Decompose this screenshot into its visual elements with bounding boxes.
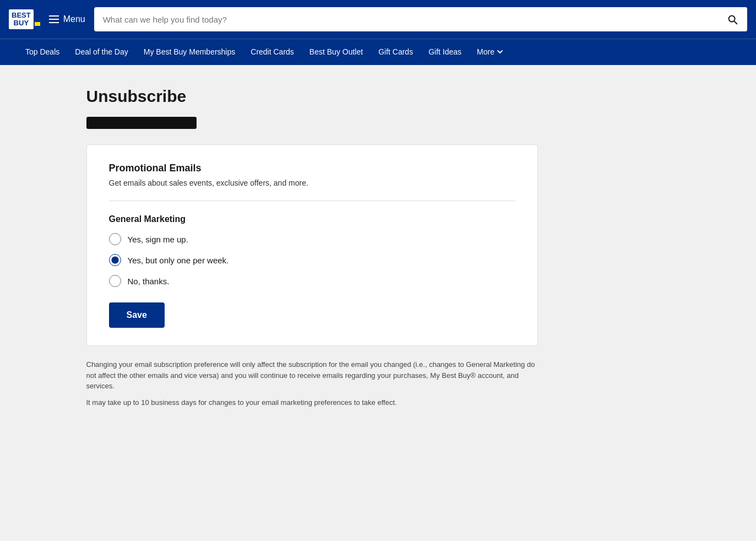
card-title: Promotional Emails bbox=[109, 163, 515, 174]
page-title: Unsubscribe bbox=[86, 87, 670, 106]
nav-item-gift-cards[interactable]: Gift Cards bbox=[371, 39, 421, 66]
radio-option-2[interactable]: Yes, but only one per week. bbox=[109, 254, 515, 266]
search-button[interactable] bbox=[717, 7, 747, 31]
radio-input-1[interactable] bbox=[109, 233, 121, 245]
nav-item-credit-cards[interactable]: Credit Cards bbox=[243, 39, 302, 66]
redacted-email bbox=[86, 117, 197, 129]
radio-label-1: Yes, sign me up. bbox=[128, 235, 188, 244]
search-icon bbox=[726, 13, 738, 25]
menu-button[interactable]: Menu bbox=[49, 14, 85, 24]
divider bbox=[109, 201, 515, 201]
search-bar bbox=[94, 7, 747, 31]
radio-option-1[interactable]: Yes, sign me up. bbox=[109, 233, 515, 245]
menu-label: Menu bbox=[63, 14, 85, 24]
nav-item-deal-of-the-day[interactable]: Deal of the Day bbox=[67, 39, 136, 66]
footer-note-1: Changing your email subscription prefere… bbox=[86, 359, 538, 392]
radio-label-2: Yes, but only one per week. bbox=[128, 256, 229, 265]
save-button[interactable]: Save bbox=[109, 302, 165, 328]
main-nav: Top Deals Deal of the Day My Best Buy Me… bbox=[0, 39, 756, 65]
section-title: General Marketing bbox=[109, 214, 515, 224]
nav-item-more[interactable]: More bbox=[469, 39, 511, 66]
chevron-down-icon bbox=[497, 48, 503, 55]
nav-item-gift-ideas[interactable]: Gift Ideas bbox=[421, 39, 469, 66]
site-header: BEST BUY Menu bbox=[0, 0, 756, 39]
nav-item-outlet[interactable]: Best Buy Outlet bbox=[302, 39, 371, 66]
logo-tag bbox=[35, 22, 40, 26]
logo-button[interactable]: BEST BUY bbox=[9, 9, 40, 30]
radio-input-3[interactable] bbox=[109, 275, 121, 287]
radio-input-2[interactable] bbox=[109, 254, 121, 266]
logo-line1: BEST bbox=[12, 12, 31, 19]
radio-label-3: No, thanks. bbox=[128, 277, 170, 286]
more-label: More bbox=[477, 47, 494, 56]
hamburger-icon bbox=[49, 15, 59, 23]
main-content: Unsubscribe Promotional Emails Get email… bbox=[75, 65, 681, 435]
nav-item-memberships[interactable]: My Best Buy Memberships bbox=[136, 39, 243, 66]
footer-notes: Changing your email subscription prefere… bbox=[86, 359, 538, 408]
card-description: Get emails about sales events, exclusive… bbox=[109, 178, 515, 187]
logo-line2: BUY bbox=[12, 19, 31, 27]
radio-group: Yes, sign me up. Yes, but only one per w… bbox=[109, 233, 515, 287]
nav-item-top-deals[interactable]: Top Deals bbox=[18, 39, 67, 66]
search-input[interactable] bbox=[94, 15, 717, 24]
radio-option-3[interactable]: No, thanks. bbox=[109, 275, 515, 287]
email-preferences-card: Promotional Emails Get emails about sale… bbox=[86, 144, 538, 346]
footer-note-2: It may take up to 10 business days for c… bbox=[86, 397, 538, 408]
